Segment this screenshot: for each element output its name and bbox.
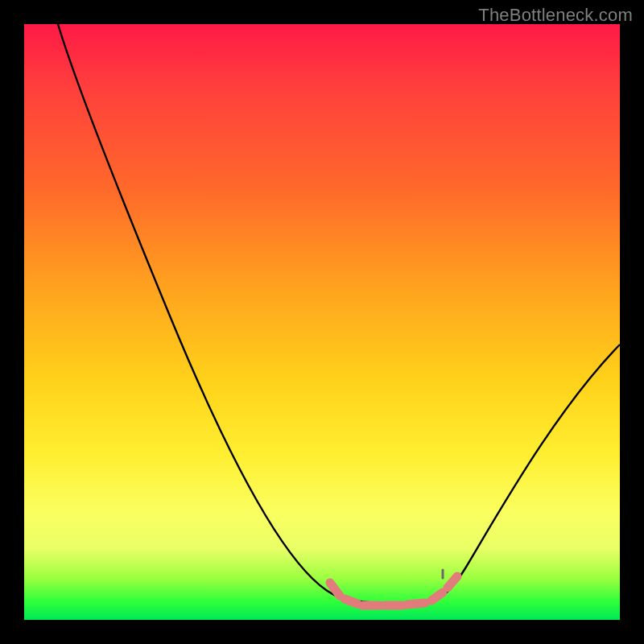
bottleneck-curve (24, 24, 620, 620)
plot-area (24, 24, 620, 620)
svg-line-1 (345, 599, 357, 604)
optimal-zone-markers (330, 570, 457, 605)
svg-line-6 (448, 576, 457, 588)
chart-frame: TheBottleneck.com (0, 0, 644, 644)
svg-line-4 (407, 603, 425, 605)
svg-line-5 (431, 592, 443, 601)
curve-path (58, 24, 620, 604)
watermark-text: TheBottleneck.com (478, 5, 633, 26)
